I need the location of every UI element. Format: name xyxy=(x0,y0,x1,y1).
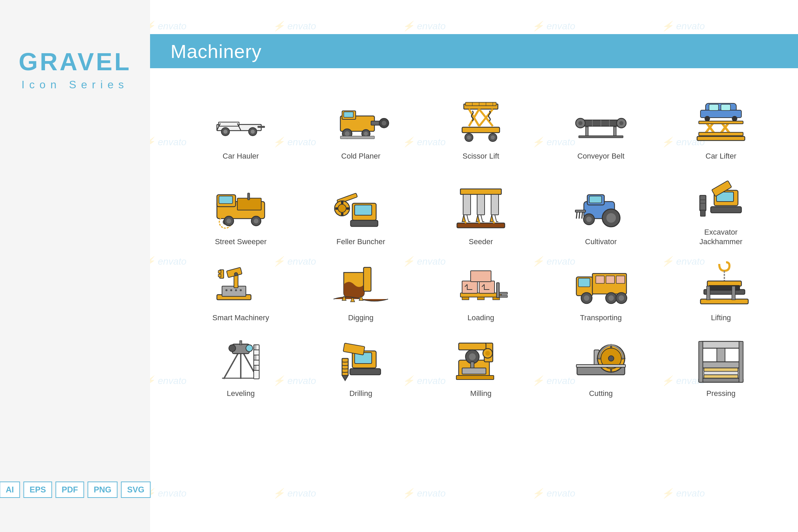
svg-line-100 xyxy=(582,212,582,219)
svg-rect-83 xyxy=(463,194,471,215)
icon-pressing: Pressing xyxy=(664,333,778,402)
svg-point-111 xyxy=(225,289,227,291)
icon-car-hauler: Car Hauler xyxy=(184,95,297,165)
svg-rect-81 xyxy=(341,213,343,216)
car-lifter-image xyxy=(692,99,750,147)
brand-title: GRAVEL xyxy=(19,48,132,76)
svg-rect-21 xyxy=(466,102,496,106)
svg-point-44 xyxy=(619,121,623,125)
icon-lifting: Lifting xyxy=(664,257,778,326)
svg-point-42 xyxy=(578,121,582,125)
milling-label: Milling xyxy=(470,389,491,399)
svg-rect-30 xyxy=(462,127,500,133)
svg-rect-97 xyxy=(575,210,586,212)
svg-point-32 xyxy=(467,135,471,139)
svg-rect-127 xyxy=(479,281,494,293)
svg-rect-74 xyxy=(351,220,378,226)
svg-rect-73 xyxy=(355,205,372,215)
conveyor-belt-image xyxy=(572,99,630,147)
icon-car-lifter: Car Lifter xyxy=(664,95,778,165)
svg-rect-168 xyxy=(254,355,256,360)
svg-rect-138 xyxy=(606,276,615,283)
left-panel: GRAVEL Icon Series AI EPS PDF PNG SVG xyxy=(0,0,150,532)
svg-point-34 xyxy=(491,135,495,139)
leveling-image xyxy=(212,336,270,384)
svg-rect-196 xyxy=(704,375,738,378)
svg-point-68 xyxy=(226,219,231,223)
svg-rect-160 xyxy=(240,341,242,345)
svg-rect-63 xyxy=(219,196,233,204)
icon-cutting: Cutting xyxy=(544,333,657,402)
svg-rect-173 xyxy=(343,343,365,355)
badge-png: PNG xyxy=(88,482,118,498)
milling-image xyxy=(452,336,510,384)
transporting-label: Transporting xyxy=(580,313,622,323)
svg-rect-174 xyxy=(342,358,348,375)
header-banner: Machinery xyxy=(150,34,798,68)
pressing-label: Pressing xyxy=(706,389,736,399)
icon-excavator-jackhammer: Excavator Jackhammer xyxy=(664,172,778,250)
svg-rect-51 xyxy=(721,104,730,110)
cold-planer-image xyxy=(332,99,390,147)
brand-block: GRAVEL Icon Series xyxy=(19,48,132,91)
svg-rect-183 xyxy=(462,368,486,374)
svg-rect-11 xyxy=(344,112,353,117)
svg-rect-169 xyxy=(254,365,256,370)
svg-rect-151 xyxy=(707,286,710,300)
svg-point-120 xyxy=(234,272,238,276)
lifting-image xyxy=(692,261,750,308)
svg-line-99 xyxy=(579,212,580,219)
conveyor-belt-label: Conveyor Belt xyxy=(577,151,624,161)
svg-point-145 xyxy=(619,295,624,301)
svg-rect-78 xyxy=(335,207,338,210)
svg-point-159 xyxy=(229,345,236,352)
svg-rect-1 xyxy=(219,122,239,126)
svg-rect-79 xyxy=(346,207,349,210)
svg-rect-123 xyxy=(462,297,469,300)
svg-point-89 xyxy=(493,221,495,223)
svg-rect-194 xyxy=(704,368,738,371)
svg-point-141 xyxy=(584,295,589,301)
svg-rect-177 xyxy=(459,343,486,350)
icon-street-sweeper: Street Sweeper xyxy=(184,172,297,250)
cutting-image xyxy=(572,336,630,384)
loading-label: Loading xyxy=(468,313,494,323)
seeder-image xyxy=(452,184,510,232)
svg-rect-191 xyxy=(700,341,741,348)
svg-point-14 xyxy=(382,121,386,125)
icon-conveyor-belt: Conveyor Belt xyxy=(544,95,657,165)
icon-loading: Loading xyxy=(424,257,537,326)
lifting-label: Lifting xyxy=(711,313,731,323)
icon-seeder: Seeder xyxy=(424,172,537,250)
svg-rect-47 xyxy=(579,136,623,138)
cultivator-label: Cultivator xyxy=(585,237,617,247)
badge-eps: EPS xyxy=(24,482,52,498)
svg-rect-152 xyxy=(732,286,735,300)
icons-grid: Car Hauler xyxy=(171,82,791,416)
excavator-jackhammer-image xyxy=(692,175,750,223)
format-badges: AI EPS PDF PNG SVG xyxy=(0,482,150,498)
scissor-lift-label: Scissor Lift xyxy=(462,151,499,161)
svg-rect-50 xyxy=(709,104,719,110)
icon-milling: Milling xyxy=(424,333,537,402)
cultivator-image xyxy=(572,184,630,232)
excavator-jackhammer-label: Excavator Jackhammer xyxy=(699,227,742,247)
svg-rect-167 xyxy=(254,345,256,350)
svg-rect-195 xyxy=(704,371,738,375)
svg-rect-192 xyxy=(717,348,725,362)
street-sweeper-image xyxy=(212,184,270,232)
scissor-lift-image xyxy=(452,99,510,147)
svg-line-98 xyxy=(576,212,577,219)
svg-rect-71 xyxy=(248,193,250,200)
svg-rect-128 xyxy=(471,271,491,282)
icon-digging: Digging xyxy=(304,257,417,326)
page-title: Machinery xyxy=(171,40,262,62)
drilling-image xyxy=(332,336,390,384)
svg-rect-84 xyxy=(477,194,485,215)
icon-scissor-lift: Scissor Lift xyxy=(424,95,537,165)
svg-point-70 xyxy=(254,219,258,223)
svg-rect-121 xyxy=(364,267,371,291)
svg-rect-135 xyxy=(578,278,590,287)
car-hauler-label: Car Hauler xyxy=(223,151,259,161)
badge-ai: AI xyxy=(0,482,20,498)
